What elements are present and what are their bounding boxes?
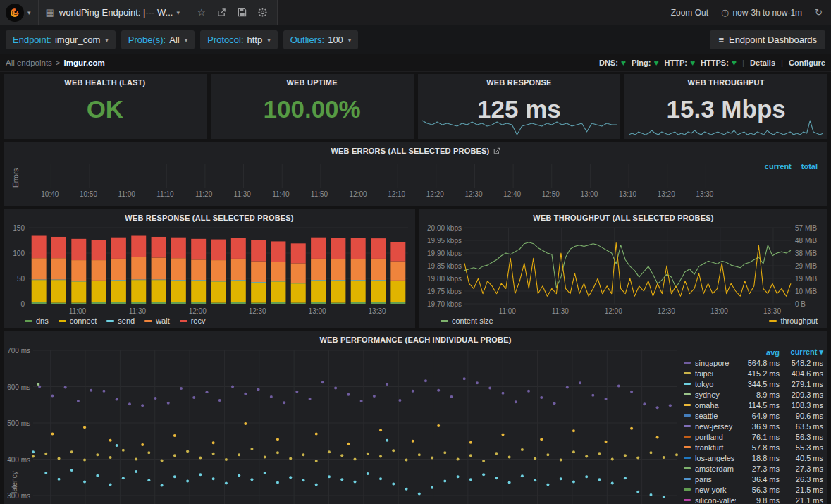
panel-title[interactable]: WEB THROUGHPUT bbox=[624, 78, 827, 87]
var-outliers[interactable]: Outliers: 100 ▾ bbox=[283, 30, 359, 49]
panel-title[interactable]: WEB RESPONSE (ALL SELECTED PROBES) bbox=[4, 214, 415, 222]
endpoint-status-group: DNS:♥ Ping:♥ HTTP:♥ HTTPS:♥ | Details | … bbox=[599, 58, 825, 68]
grafana-app: ▾ ▦ worldPing Endpoint: |--- W... ▾ ☆ bbox=[0, 0, 831, 504]
panel-web-performance: WEB PERFORMANCE (EACH INDIVIDUAL PROBE) … bbox=[4, 331, 827, 504]
probe-name[interactable]: taipei bbox=[695, 369, 736, 378]
x-axis-tick: 13:20 bbox=[658, 190, 675, 198]
legend-item-total[interactable]: total bbox=[801, 162, 818, 171]
save-icon[interactable] bbox=[238, 8, 247, 17]
panel-title[interactable]: WEB RESPONSE bbox=[418, 78, 621, 87]
breadcrumb-all-endpoints[interactable]: All endpoints bbox=[6, 59, 52, 67]
panel-title[interactable]: WEB HEALTH (LAST) bbox=[4, 78, 207, 87]
right-axis-tick: 0 B bbox=[795, 300, 806, 308]
x-axis-tick: 11:10 bbox=[156, 190, 173, 198]
probe-current: 63.5 ms bbox=[780, 422, 823, 431]
probe-name[interactable]: seattle bbox=[695, 412, 736, 420]
menu-icon: ≡ bbox=[718, 35, 724, 45]
share-icon[interactable] bbox=[217, 8, 226, 17]
legend-item-send[interactable]: send bbox=[106, 316, 135, 325]
sort-by-current[interactable]: current ▾ bbox=[780, 348, 823, 357]
zoom-out-button[interactable]: Zoom Out bbox=[671, 8, 708, 18]
legend-row-silicon-valley: silicon-valley9.8 ms21.1 ms bbox=[684, 495, 823, 504]
var-endpoint[interactable]: Endpoint: imgur_com ▾ bbox=[6, 30, 116, 49]
left-axis-tick: 19.90 kbps bbox=[422, 250, 462, 257]
chevron-down-icon: ▾ bbox=[105, 37, 109, 44]
probe-current: 90.6 ms bbox=[780, 412, 823, 420]
probe-name[interactable]: amsterdam bbox=[695, 465, 736, 473]
web-throughput-plot[interactable]: 20.00 kbps57 MiB19.95 kbps48 MiB19.90 kb… bbox=[419, 209, 827, 328]
panel-title[interactable]: WEB THROUGHPUT (ALL SELECTED PROBES) bbox=[419, 214, 827, 222]
panel-web-uptime: WEB UPTIME 100.00% bbox=[211, 74, 414, 139]
configure-link[interactable]: Configure bbox=[789, 59, 825, 67]
panel-title[interactable]: WEB UPTIME bbox=[211, 78, 414, 87]
probe-name[interactable]: frankfurt bbox=[695, 443, 736, 452]
breadcrumb-row: All endpoints > imgur.com DNS:♥ Ping:♥ H… bbox=[0, 54, 831, 72]
legend-item-connect[interactable]: connect bbox=[59, 316, 97, 325]
middle-row: WEB RESPONSE (ALL SELECTED PROBES) 15010… bbox=[4, 209, 827, 328]
grafana-menu[interactable]: ▾ bbox=[0, 0, 39, 25]
web-response-plot[interactable]: 15010050011:0011:3012:0012:3013:0013:30d… bbox=[4, 209, 415, 328]
legend-swatch bbox=[684, 425, 691, 427]
endpoint-dashboards-button[interactable]: ≡ Endpoint Dashboards bbox=[710, 30, 825, 49]
x-axis-tick: 11:20 bbox=[195, 190, 212, 198]
legend-item-content-size[interactable]: content size bbox=[441, 316, 493, 325]
legend-item-current[interactable]: current bbox=[765, 162, 792, 171]
legend-swatch bbox=[144, 320, 152, 322]
panel-web-throughput-stat: WEB THROUGHPUT 15.3 Mbps bbox=[624, 74, 827, 139]
panel-web-health: WEB HEALTH (LAST) OK bbox=[4, 74, 207, 139]
legend-item-dns[interactable]: dns bbox=[25, 316, 49, 325]
grafana-logo-icon bbox=[6, 4, 24, 22]
y-axis-tick: 400 ms bbox=[6, 456, 30, 464]
legend-item-wait[interactable]: wait bbox=[144, 316, 170, 325]
legend-row-new-york: new-york56.3 ms21.5 ms bbox=[684, 484, 823, 495]
chevron-down-icon: ▾ bbox=[27, 9, 31, 16]
var-endpoint-label: Endpoint: bbox=[13, 35, 51, 45]
external-link-icon[interactable] bbox=[493, 147, 500, 154]
dashboard-title-picker[interactable]: ▦ worldPing Endpoint: |--- W... ▾ bbox=[39, 0, 187, 25]
legend-swatch bbox=[684, 404, 691, 406]
ping-check: Ping:♥ bbox=[632, 58, 659, 68]
panel-title[interactable]: WEB ERRORS (ALL SELECTED PROBES) bbox=[4, 147, 827, 155]
probe-name[interactable]: silicon-valley bbox=[695, 496, 736, 504]
probe-name[interactable]: tokyo bbox=[695, 380, 736, 388]
web-performance-legend-table: avgcurrent ▾singapore564.8 ms548.2 mstai… bbox=[684, 347, 823, 504]
details-link[interactable]: Details bbox=[750, 59, 775, 67]
time-range-picker[interactable]: ◷ now-3h to now-1m bbox=[721, 7, 802, 18]
probe-name[interactable]: los-angeles bbox=[695, 454, 736, 462]
probe-avg: 36.4 ms bbox=[736, 475, 780, 484]
star-icon[interactable]: ☆ bbox=[197, 8, 206, 17]
heart-icon: ♥ bbox=[653, 58, 658, 68]
gear-icon[interactable] bbox=[258, 8, 267, 17]
left-axis-tick: 19.85 kbps bbox=[422, 262, 462, 270]
legend-swatch bbox=[684, 414, 691, 417]
var-protocol[interactable]: Protocol: http ▾ bbox=[200, 30, 278, 49]
probe-avg: 344.5 ms bbox=[736, 380, 780, 388]
navbar-left-group: ▾ ▦ worldPing Endpoint: |--- W... ▾ ☆ bbox=[0, 0, 278, 25]
var-probes[interactable]: Probe(s): All ▾ bbox=[121, 30, 195, 49]
probe-name[interactable]: paris bbox=[695, 475, 736, 484]
probe-name[interactable]: sydney bbox=[695, 391, 736, 399]
probe-name[interactable]: new-york bbox=[695, 486, 736, 494]
sort-by-avg[interactable]: avg bbox=[736, 348, 780, 357]
panel-web-throughput-graph: WEB THROUGHPUT (ALL SELECTED PROBES) 20.… bbox=[419, 209, 827, 328]
web-response-legend: dnsconnectsendwaitrecv bbox=[25, 316, 205, 325]
x-axis-tick: 11:50 bbox=[311, 190, 328, 198]
legend-swatch bbox=[684, 446, 691, 448]
legend-item-recv[interactable]: recv bbox=[180, 316, 206, 325]
probe-name[interactable]: portland bbox=[695, 433, 736, 441]
legend-row-paris: paris36.4 ms26.3 ms bbox=[684, 474, 823, 484]
probe-name[interactable]: new-jersey bbox=[695, 422, 736, 431]
left-axis-tick: 19.95 kbps bbox=[422, 237, 462, 245]
legend-table-header: avgcurrent ▾ bbox=[684, 347, 823, 357]
legend-item-throughput[interactable]: throughput bbox=[769, 316, 818, 325]
panel-title[interactable]: WEB PERFORMANCE (EACH INDIVIDUAL PROBE) bbox=[4, 336, 827, 344]
x-axis-tick: 11:00 bbox=[118, 190, 135, 198]
probe-name[interactable]: singapore bbox=[695, 359, 736, 367]
legend-swatch bbox=[684, 393, 691, 395]
refresh-icon[interactable]: ↻ bbox=[815, 7, 823, 18]
legend-row-singapore: singapore564.8 ms548.2 ms bbox=[684, 357, 823, 368]
x-axis-tick: 13:10 bbox=[619, 190, 636, 198]
right-axis-tick: 48 MiB bbox=[795, 237, 817, 245]
web-errors-legend: currenttotal bbox=[765, 162, 818, 171]
probe-name[interactable]: omaha bbox=[695, 401, 736, 410]
